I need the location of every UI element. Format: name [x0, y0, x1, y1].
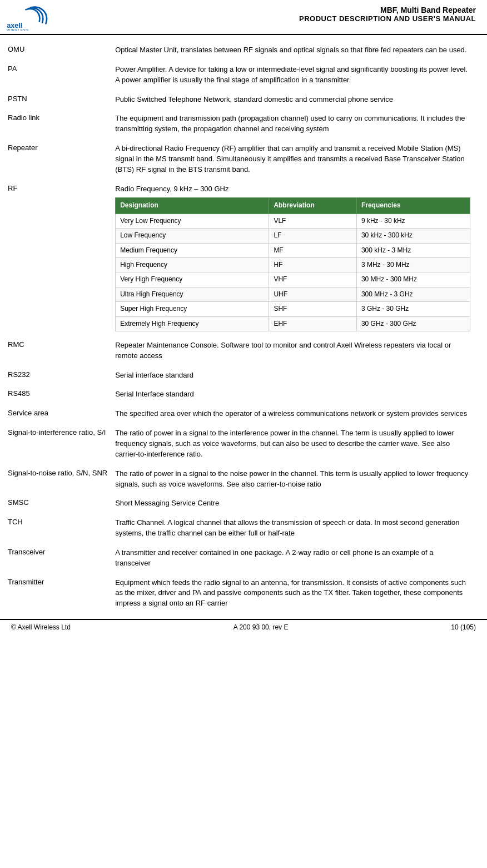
term-definition: Optical Master Unit, translates between … [113, 41, 476, 60]
logo-area: axell WIRELESS [6, 6, 61, 31]
header-subtitle: PRODUCT DESCRIPTION AND USER'S MANUAL [299, 14, 476, 23]
rf-table-cell: HF [269, 258, 357, 272]
term-definition: Serial Interface standard [113, 385, 476, 404]
rf-table-cell: UHF [269, 287, 357, 301]
rf-table-cell: 300 MHz - 3 GHz [356, 287, 470, 301]
rf-table-cell: Low Frequency [116, 229, 269, 243]
term-definition: A transmitter and receiver contained in … [113, 543, 476, 573]
glossary-row: Service areaThe specified area over whic… [6, 404, 476, 424]
rf-table-cell: 9 kHz - 30 kHz [356, 214, 470, 228]
term-definition: The specified area over which the operat… [113, 404, 476, 424]
rf-table-cell: Very Low Frequency [116, 214, 269, 228]
glossary-row: TransmitterEquipment which feeds the rad… [6, 573, 476, 614]
term-definition: Equipment which feeds the radio signal t… [113, 573, 476, 614]
term-label: Signal-to-interference ratio, S/I [6, 424, 113, 464]
rf-table-cell: VHF [269, 272, 357, 287]
footer-copyright: © Axell Wireless Ltd [11, 623, 71, 631]
svg-text:WIRELESS: WIRELESS [7, 28, 29, 31]
glossary-row: Signal-to-noise ratio, S/N, SNRThe ratio… [6, 464, 476, 494]
term-label: RF [6, 180, 113, 336]
term-label: RS485 [6, 385, 113, 404]
rf-table-cell: LF [269, 229, 357, 243]
glossary-table: OMUOptical Master Unit, translates betwe… [6, 41, 476, 613]
glossary-row: RFRadio Frequency, 9 kHz – 300 GHzDesign… [6, 180, 476, 336]
term-definition: The ratio of power in a signal to the no… [113, 464, 476, 494]
glossary-row: PAPower Amplifier. A device for taking a… [6, 60, 476, 90]
rf-table-cell: 30 kHz - 300 kHz [356, 229, 470, 243]
term-label: RMC [6, 336, 113, 366]
glossary-row: PSTNPublic Switched Telephone Network, s… [6, 90, 476, 110]
glossary-row: Signal-to-interference ratio, S/IThe rat… [6, 424, 476, 464]
rf-table-cell: 30 MHz - 300 MHz [356, 272, 470, 287]
rf-table-row: Extremely High FrequencyEHF30 GHz - 300 … [116, 316, 470, 331]
rf-table-header: Designation [116, 198, 269, 214]
term-label: Transmitter [6, 573, 113, 614]
footer-page-number: 10 (105) [451, 623, 476, 631]
glossary-row: RepeaterA bi-directional Radio Frequency… [6, 139, 476, 180]
term-definition: Radio Frequency, 9 kHz – 300 GHzDesignat… [113, 180, 476, 336]
rf-table-cell: Very High Frequency [116, 272, 269, 287]
rf-table-row: Medium FrequencyMF300 kHz - 3 MHz [116, 243, 470, 257]
header-right: MBF, Multi Band Repeater PRODUCT DESCRIP… [299, 6, 476, 23]
rf-table-cell: EHF [269, 316, 357, 331]
glossary-row: SMSCShort Messaging Service Centre [6, 494, 476, 513]
term-label: OMU [6, 41, 113, 60]
page-footer: © Axell Wireless Ltd A 200 93 00, rev E … [0, 619, 487, 634]
rf-frequency-table: DesignationAbbreviationFrequenciesVery L… [115, 197, 470, 331]
rf-table-cell: 300 kHz - 3 MHz [356, 243, 470, 257]
glossary-row: RS485Serial Interface standard [6, 385, 476, 404]
rf-table-row: Low FrequencyLF30 kHz - 300 kHz [116, 229, 470, 243]
term-definition: The equipment and transmission path (pro… [113, 109, 476, 139]
axell-logo: axell WIRELESS [6, 6, 61, 31]
term-definition: Repeater Maintenance Console. Software t… [113, 336, 476, 366]
footer-doc-number: A 200 93 00, rev E [233, 623, 289, 631]
rf-table-cell: VLF [269, 214, 357, 228]
rf-table-row: Very High FrequencyVHF30 MHz - 300 MHz [116, 272, 470, 287]
glossary-row: Radio linkThe equipment and transmission… [6, 109, 476, 139]
term-label: TCH [6, 513, 113, 543]
glossary-row: RS232Serial interface standard [6, 366, 476, 385]
rf-table-cell: 3 GHz - 30 GHz [356, 302, 470, 316]
page-header: axell WIRELESS MBF, Multi Band Repeater … [0, 0, 487, 35]
rf-table-cell: Ultra High Frequency [116, 287, 269, 301]
term-label: Service area [6, 404, 113, 424]
glossary-row: OMUOptical Master Unit, translates betwe… [6, 41, 476, 60]
term-label: Signal-to-noise ratio, S/N, SNR [6, 464, 113, 494]
term-definition: Power Amplifier. A device for taking a l… [113, 60, 476, 90]
term-definition: A bi-directional Radio Frequency (RF) am… [113, 139, 476, 180]
rf-table-row: High FrequencyHF3 MHz - 30 MHz [116, 258, 470, 272]
glossary-row: TransceiverA transmitter and receiver co… [6, 543, 476, 573]
header-title: MBF, Multi Band Repeater [299, 6, 476, 14]
glossary-row: TCHTraffic Channel. A logical channel th… [6, 513, 476, 543]
term-label: Radio link [6, 109, 113, 139]
term-label: PA [6, 60, 113, 90]
rf-table-row: Very Low FrequencyVLF9 kHz - 30 kHz [116, 214, 470, 228]
term-definition: Short Messaging Service Centre [113, 494, 476, 513]
rf-table-header: Abbreviation [269, 198, 357, 214]
term-definition: The ratio of power in a signal to the in… [113, 424, 476, 464]
rf-table-cell: Super High Frequency [116, 302, 269, 316]
rf-table-cell: Medium Frequency [116, 243, 269, 257]
main-content: OMUOptical Master Unit, translates betwe… [0, 35, 487, 613]
glossary-row: RMCRepeater Maintenance Console. Softwar… [6, 336, 476, 366]
term-label: PSTN [6, 90, 113, 110]
rf-table-row: Super High FrequencySHF3 GHz - 30 GHz [116, 302, 470, 316]
rf-table-cell: Extremely High Frequency [116, 316, 269, 331]
term-label: Transceiver [6, 543, 113, 573]
rf-prefix: Radio Frequency, 9 kHz – 300 GHz [115, 184, 470, 195]
rf-table-header: Frequencies [356, 198, 470, 214]
rf-table-cell: 3 MHz - 30 MHz [356, 258, 470, 272]
rf-table-cell: SHF [269, 302, 357, 316]
term-definition: Traffic Channel. A logical channel that … [113, 513, 476, 543]
term-label: SMSC [6, 494, 113, 513]
term-definition: Serial interface standard [113, 366, 476, 385]
term-label: Repeater [6, 139, 113, 180]
rf-table-row: Ultra High FrequencyUHF300 MHz - 3 GHz [116, 287, 470, 301]
term-definition: Public Switched Telephone Network, stand… [113, 90, 476, 110]
rf-table-cell: MF [269, 243, 357, 257]
term-label: RS232 [6, 366, 113, 385]
rf-table-cell: High Frequency [116, 258, 269, 272]
rf-table-cell: 30 GHz - 300 GHz [356, 316, 470, 331]
